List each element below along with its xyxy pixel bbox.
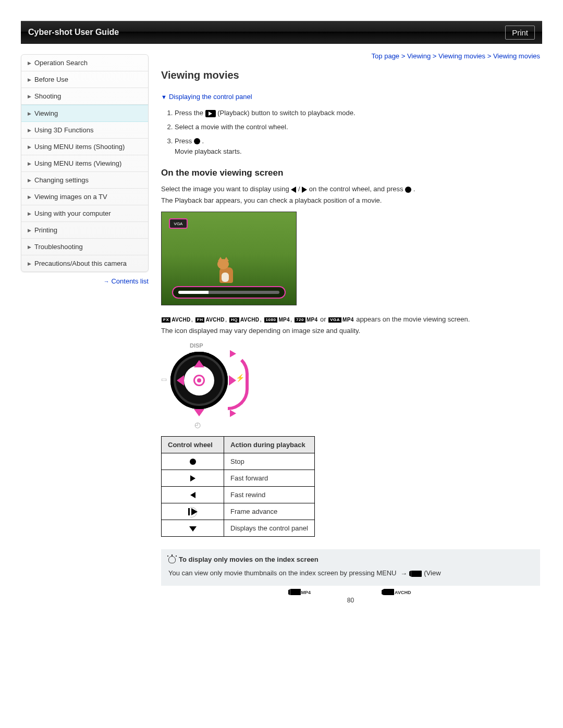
timer-icon: ◴ [194, 421, 201, 429]
wheel-up-icon [194, 360, 204, 367]
print-button[interactable]: Print [505, 26, 535, 40]
text: You can view only movie thumbnails on th… [168, 569, 398, 577]
wheel-down-icon [194, 409, 204, 416]
contents-list-link[interactable]: Contents list [111, 277, 149, 285]
table-header: Action during playback [224, 436, 315, 453]
anchor-link-label: Displaying the control panel [169, 93, 252, 101]
burst-icon: ▭ [161, 376, 167, 383]
chevron-right-icon: ▶ [28, 261, 31, 266]
sidebar-item-settings[interactable]: ▶Changing settings [21, 172, 148, 189]
paragraph-formats: FXAVCHD, FHAVCHD, HQAVCHD, 1080MP4, 720M… [161, 314, 540, 337]
chevron-right-icon: ▶ [28, 77, 31, 82]
format-badge-720: 720MP4 [295, 315, 317, 324]
sidebar-item-menu-viewing[interactable]: ▶Using MENU items (Viewing) [21, 155, 148, 172]
text: or [320, 315, 328, 323]
header-bar: Cyber-shot User Guide Print [21, 21, 542, 44]
sidebar-item-label: Using MENU items (Shooting) [34, 143, 125, 151]
sidebar-item-precautions[interactable]: ▶Precautions/About this camera [21, 255, 148, 272]
triangle-right-icon [302, 187, 307, 193]
nav-menu: ▶Operation Search ▶Before Use ▶Shooting … [21, 54, 149, 272]
step-text: . [202, 137, 204, 145]
text: / [298, 185, 302, 193]
table-row: Stop [162, 453, 315, 470]
table-header: Control wheel [162, 436, 224, 453]
format-badge-hq: HQAVCHD [229, 315, 259, 324]
paragraph: Select the image you want to display usi… [161, 183, 540, 206]
sidebar-item-printing[interactable]: ▶Printing [21, 222, 148, 239]
wheel-left-icon [177, 375, 184, 386]
tip-title-text: To display only movies on the index scre… [179, 556, 319, 563]
bulb-icon [168, 556, 176, 563]
header-title: Cyber-shot User Guide [28, 28, 119, 37]
main-content: Top page > Viewing > Viewing movies > Vi… [159, 49, 542, 604]
playback-screenshot: VGA [161, 212, 297, 305]
section-heading: On the movie viewing screen [161, 168, 540, 178]
triangle-right-icon [190, 475, 195, 482]
text: . [413, 185, 415, 193]
sidebar-item-label: Shooting [34, 92, 61, 100]
sidebar-item-label: Using 3D Functions [34, 126, 93, 134]
triangle-down-icon: ▼ [161, 94, 167, 100]
sidebar-item-label: Viewing [34, 109, 58, 117]
sidebar-item-viewing[interactable]: ▶Viewing [21, 105, 148, 122]
arrow-right-icon: → [400, 568, 407, 579]
triangle-left-icon [190, 492, 195, 498]
chevron-right-icon: ▶ [28, 144, 31, 150]
text: (View [424, 569, 440, 577]
chevron-right-icon: ▶ [28, 178, 31, 183]
anchor-link-displaying[interactable]: ▼ Displaying the control panel [161, 93, 540, 101]
text: The icon displayed may vary depending on… [161, 327, 360, 335]
step-text: (Playback) button to switch to playback … [217, 109, 355, 117]
step-text: Movie playback starts. [175, 147, 242, 155]
center-button-icon [194, 138, 200, 144]
table-cell: Stop [224, 453, 315, 470]
playback-button-icon [205, 110, 216, 117]
sidebar-item-label: Changing settings [34, 176, 89, 184]
format-avchd: AVCHD [384, 588, 411, 596]
chevron-right-icon: ▶ [28, 128, 31, 133]
arrow-right-icon: → [104, 278, 109, 285]
text: appears on the movie viewing screen. [356, 315, 470, 323]
instruction-steps: Press the (Playback) button to switch to… [161, 108, 540, 157]
triangle-left-icon [291, 187, 296, 193]
format-badge-vga: VGAMP4 [328, 315, 353, 324]
sidebar-item-3d[interactable]: ▶Using 3D Functions [21, 122, 148, 139]
table-cell: Displays the control panel [224, 520, 315, 537]
sidebar-item-operation-search[interactable]: ▶Operation Search [21, 55, 148, 71]
table-row: Fast rewind [162, 486, 315, 503]
action-table: Control wheel Action during playback Sto… [161, 436, 315, 537]
breadcrumb[interactable]: Top page > Viewing > Viewing movies > Vi… [161, 52, 540, 60]
format-badge-fx: FXAVCHD [162, 315, 191, 324]
vga-badge: VGA [169, 218, 188, 229]
format-badge-1080: 1080MP4 [264, 315, 290, 324]
format-badge-fh: FHAVCHD [195, 315, 225, 324]
table-row: Fast forward [162, 470, 315, 486]
sidebar-item-tv[interactable]: ▶Viewing images on a TV [21, 189, 148, 205]
playback-bar [172, 286, 286, 299]
film-icon [384, 589, 394, 595]
step-3: Press . Movie playback starts. [175, 136, 540, 158]
table-cell: Fast rewind [224, 486, 315, 503]
frame-advance-icon [188, 508, 198, 515]
table-row: Displays the control panel [162, 520, 315, 537]
center-button-icon [405, 187, 411, 193]
chevron-right-icon: ▶ [28, 60, 31, 66]
table-cell: Fast forward [224, 470, 315, 486]
sidebar-item-computer[interactable]: ▶Using with your computer [21, 205, 148, 222]
sidebar-item-shooting[interactable]: ▶Shooting [21, 88, 148, 105]
control-wheel-figure: DISP ▭ ⚡ ◴ [161, 342, 244, 426]
sidebar-item-label: Viewing images on a TV [34, 193, 107, 201]
sidebar-item-before-use[interactable]: ▶Before Use [21, 71, 148, 88]
tip-title: To display only movies on the index scre… [168, 556, 533, 563]
sidebar-item-troubleshooting[interactable]: ▶Troubleshooting [21, 239, 148, 255]
text: on the control wheel, and press [309, 185, 405, 193]
sidebar-item-label: Troubleshooting [34, 243, 83, 251]
chevron-right-icon: ▶ [28, 161, 31, 166]
center-button-icon [190, 459, 196, 465]
step-2: Select a movie with the control wheel. [175, 122, 540, 133]
chevron-right-icon: ▶ [28, 211, 31, 216]
table-cell: Frame advance [224, 503, 315, 520]
sidebar-item-menu-shooting[interactable]: ▶Using MENU items (Shooting) [21, 139, 148, 155]
film-icon [411, 571, 422, 577]
format-mp4: MP4 [290, 588, 311, 596]
